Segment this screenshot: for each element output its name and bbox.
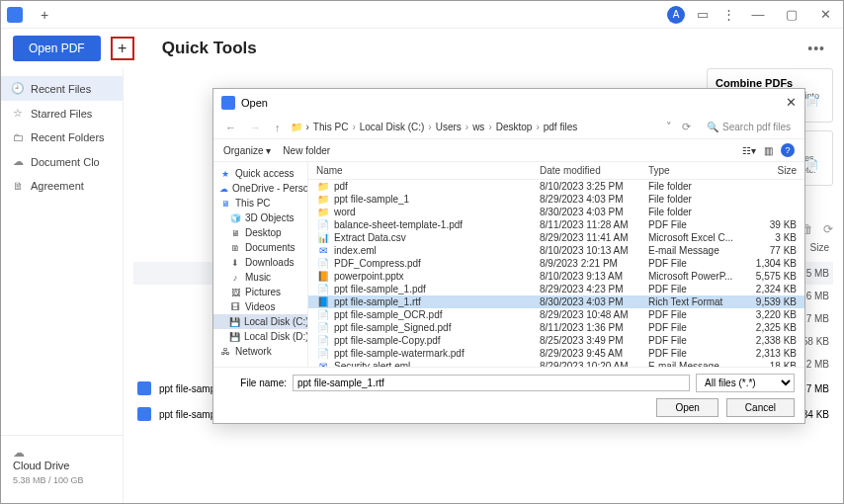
more-options-button[interactable]: •••	[807, 41, 833, 56]
tree-item[interactable]: 💾Local Disk (D:)	[213, 329, 307, 344]
breadcrumb-segment[interactable]: Local Disk (C:)	[360, 122, 425, 132]
file-row[interactable]: 📄ppt file-sample_1.pdf8/29/2023 4:23 PMP…	[308, 283, 804, 295]
tree-item[interactable]: 🖥Desktop	[213, 225, 307, 240]
file-size: 2,313 KB	[747, 348, 797, 359]
tree-item[interactable]: ♪Music	[213, 270, 307, 285]
sidebar-item[interactable]: 🕘Recent Files	[1, 76, 123, 101]
sidebar-item[interactable]: 🗎Agreement	[1, 174, 123, 198]
cloud-drive-label[interactable]: Cloud Drive	[13, 460, 111, 471]
tree-icon: 🗎	[229, 243, 241, 253]
cancel-button[interactable]: Cancel	[726, 398, 795, 417]
new-folder-button[interactable]: New folder	[283, 145, 330, 156]
notes-icon[interactable]: ▭	[695, 7, 711, 23]
file-row[interactable]: 📄ppt file-sample-watermark.pdf8/29/2023 …	[308, 347, 804, 360]
file-row[interactable]: 📙powerpoint.pptx8/10/2023 9:13 AMMicroso…	[308, 270, 804, 283]
header-type[interactable]: Type	[648, 165, 747, 176]
tree-item[interactable]: ☁OneDrive - Person	[213, 181, 307, 196]
tree-item[interactable]: ⬇Downloads	[213, 255, 307, 270]
file-type-icon: ✉	[316, 245, 330, 256]
breadcrumb-segment[interactable]: pdf files	[544, 122, 577, 132]
tree-icon: ⬇	[229, 258, 241, 268]
avatar[interactable]: A	[667, 6, 685, 24]
dialog-close-button[interactable]: ✕	[786, 95, 797, 110]
tree-item[interactable]: 🗎Documents	[213, 240, 307, 255]
help-icon[interactable]: ?	[781, 143, 795, 157]
preview-pane-button[interactable]: ▥	[764, 145, 773, 156]
file-row[interactable]: 📄balance-sheet-template-1.pdf8/11/2023 1…	[308, 218, 804, 231]
file-type: Microsoft PowerP...	[648, 271, 747, 282]
search-input[interactable]: 🔍 Search pdf files	[701, 120, 797, 134]
tree-item[interactable]: 🧊3D Objects	[213, 210, 307, 225]
filename-input[interactable]	[293, 375, 690, 391]
minimize-button[interactable]: —	[746, 7, 770, 22]
file-date: 8/10/2023 10:13 AM	[540, 245, 648, 256]
file-list[interactable]: 📁pdf8/10/2023 3:25 PMFile folder📁ppt fil…	[308, 180, 804, 367]
organize-menu[interactable]: Organize ▾	[223, 145, 271, 156]
sidebar-item[interactable]: 🗀Recent Folders	[1, 126, 123, 149]
file-row[interactable]: 📄ppt file-sample_Signed.pdf8/11/2023 1:3…	[308, 321, 804, 334]
breadcrumb-path[interactable]: 📁 › This PC › Local Disk (C:) › Users › …	[291, 122, 661, 132]
file-type-icon: 📁	[316, 194, 330, 205]
file-date: 8/29/2023 10:20 AM	[540, 361, 648, 367]
tree-item[interactable]: 🖧Network	[213, 344, 307, 359]
breadcrumb-segment[interactable]: This PC	[313, 122, 349, 132]
path-dropdown-icon[interactable]: ˅	[666, 121, 672, 133]
file-row[interactable]: 📄PDF_Compress.pdf8/9/2023 2:21 PMPDF Fil…	[308, 257, 804, 270]
refresh-icon[interactable]: ⟳	[823, 222, 833, 236]
open-button[interactable]: Open	[656, 398, 717, 417]
header-name[interactable]: Name	[316, 165, 540, 176]
file-row[interactable]: 📁pdf8/10/2023 3:25 PMFile folder	[308, 180, 804, 193]
tree-item[interactable]: 🖼Pictures	[213, 285, 307, 299]
header-date[interactable]: Date modified	[540, 165, 648, 176]
tree-label: Documents	[245, 242, 295, 253]
file-row[interactable]: 📊Extract Data.csv8/29/2023 11:41 AMMicro…	[308, 231, 804, 244]
breadcrumb-segment[interactable]: Users	[436, 122, 462, 132]
tree-icon: 🖥	[219, 199, 231, 209]
forward-button[interactable]: →	[246, 122, 265, 133]
file-row[interactable]: ✉index.eml8/10/2023 10:13 AME-mail Messa…	[308, 244, 804, 257]
view-mode-button[interactable]: ☷▾	[742, 145, 756, 156]
sidebar-icon: 🗀	[11, 131, 25, 143]
file-name: ppt file-sample-Copy.pdf	[334, 335, 540, 346]
kebab-icon[interactable]: ⋮	[720, 7, 736, 23]
file-type-icon: 📄	[316, 258, 330, 269]
new-file-button[interactable]: +	[111, 37, 134, 60]
file-name: balance-sheet-template-1.pdf	[334, 219, 540, 230]
tree-item[interactable]: ★Quick access	[213, 166, 307, 181]
file-row[interactable]: 📁word8/30/2023 4:03 PMFile folder	[308, 206, 804, 218]
card-icon: 📄	[806, 96, 826, 116]
file-row[interactable]: 📄ppt file-sample-Copy.pdf8/25/2023 3:49 …	[308, 334, 804, 347]
back-button[interactable]: ←	[221, 122, 240, 133]
file-name: pdf	[334, 181, 540, 192]
file-name: powerpoint.pptx	[334, 271, 540, 282]
up-button[interactable]: ↑	[271, 122, 285, 133]
file-size: 3 KB	[747, 232, 797, 243]
close-button[interactable]: ✕	[813, 7, 837, 22]
folder-tree[interactable]: ★Quick access☁OneDrive - Person🖥This PC🧊…	[213, 162, 308, 367]
maximize-button[interactable]: ▢	[780, 7, 803, 22]
file-row[interactable]: 📘ppt file-sample_1.rtf8/30/2023 4:03 PMR…	[308, 295, 804, 308]
column-size[interactable]: Size	[810, 242, 829, 253]
sidebar-item[interactable]: ☆Starred Files	[1, 101, 123, 126]
file-row[interactable]: 📁ppt file-sample_18/29/2023 4:03 PMFile …	[308, 193, 804, 206]
file-row[interactable]: 📄ppt file-sample_OCR.pdf8/29/2023 10:48 …	[308, 308, 804, 321]
breadcrumb-segment[interactable]: ws	[472, 122, 484, 132]
open-pdf-button[interactable]: Open PDF	[13, 36, 101, 61]
header-size[interactable]: Size	[747, 165, 797, 176]
sidebar-item[interactable]: ☁Document Clo	[1, 149, 123, 174]
add-tab-button[interactable]: +	[33, 7, 56, 23]
tab-app-icon[interactable]	[7, 7, 23, 23]
tree-icon: 💾	[229, 317, 240, 327]
tree-icon: ♪	[229, 273, 241, 283]
main-area: Combine PDFsCombine multiple files into …	[124, 68, 843, 503]
file-size: 1,304 KB	[747, 258, 797, 269]
tree-item[interactable]: 🎞Videos	[213, 299, 307, 314]
file-filter-select[interactable]: All files (*.*)	[696, 374, 795, 392]
breadcrumb-segment[interactable]: Desktop	[496, 122, 533, 132]
tree-item[interactable]: 🖥This PC	[213, 196, 307, 210]
tree-item[interactable]: 💾Local Disk (C:)	[213, 314, 307, 329]
tree-icon: 🖼	[229, 288, 241, 297]
tree-label: Local Disk (C:)	[244, 316, 308, 327]
refresh-path-icon[interactable]: ⟳	[682, 121, 691, 133]
file-row[interactable]: ✉Security alert.eml8/29/2023 10:20 AME-m…	[308, 360, 804, 367]
